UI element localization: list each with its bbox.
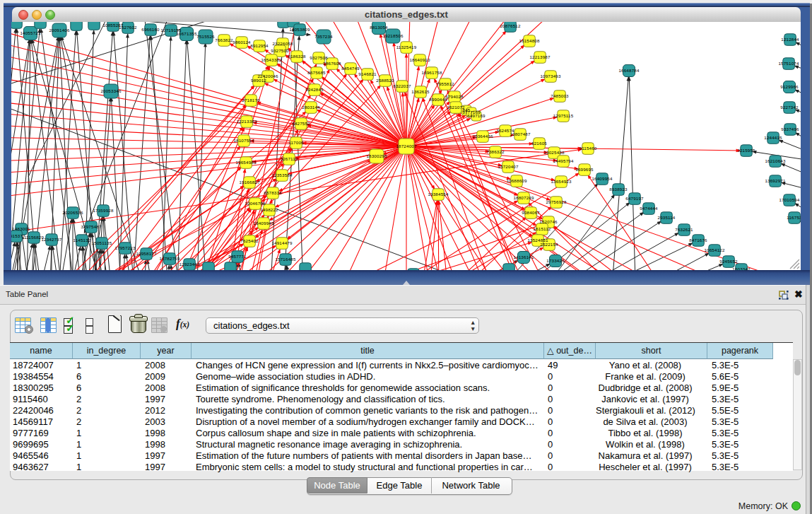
svg-text:1212844: 1212844 bbox=[781, 37, 799, 42]
svg-text:20091406: 20091406 bbox=[49, 28, 69, 33]
svg-text:9227342: 9227342 bbox=[780, 105, 799, 110]
svg-text:14055721: 14055721 bbox=[20, 30, 40, 35]
svg-text:3215955: 3215955 bbox=[737, 148, 755, 153]
svg-text:7632621: 7632621 bbox=[675, 227, 693, 232]
svg-text:9242845: 9242845 bbox=[305, 87, 324, 92]
svg-text:12213383: 12213383 bbox=[236, 119, 257, 124]
svg-text:15716485: 15716485 bbox=[275, 257, 295, 262]
svg-text:9860124: 9860124 bbox=[233, 40, 251, 45]
svg-text:2867608: 2867608 bbox=[323, 61, 341, 66]
svg-text:14495794: 14495794 bbox=[553, 158, 573, 163]
svg-text:3267110: 3267110 bbox=[280, 156, 298, 161]
svg-text:7625402: 7625402 bbox=[240, 238, 259, 243]
svg-text:19218506: 19218506 bbox=[382, 33, 403, 38]
svg-text:20053346: 20053346 bbox=[100, 88, 121, 93]
svg-text:7386322: 7386322 bbox=[486, 149, 505, 154]
svg-text:8912954: 8912954 bbox=[250, 43, 269, 48]
svg-text:13692971: 13692971 bbox=[765, 178, 785, 183]
svg-text:16409949: 16409949 bbox=[253, 221, 273, 226]
svg-text:32975487: 32975487 bbox=[81, 224, 101, 229]
svg-text:8578334: 8578334 bbox=[264, 190, 282, 195]
svg-text:16648784: 16648784 bbox=[618, 68, 639, 73]
svg-text:15751074: 15751074 bbox=[778, 61, 799, 66]
svg-text:9699695: 9699695 bbox=[575, 167, 594, 172]
svg-text:14136141: 14136141 bbox=[513, 255, 534, 259]
svg-text:23226058: 23226058 bbox=[272, 41, 293, 46]
svg-text:1527602: 1527602 bbox=[119, 25, 137, 30]
svg-text:9457771: 9457771 bbox=[228, 254, 247, 259]
svg-text:15720407: 15720407 bbox=[498, 164, 518, 169]
svg-text:117006: 117006 bbox=[288, 140, 304, 145]
svg-text:8675685: 8675685 bbox=[307, 70, 326, 75]
svg-text:7955812: 7955812 bbox=[436, 81, 454, 86]
svg-text:18807249: 18807249 bbox=[513, 195, 534, 200]
svg-text:1498222: 1498222 bbox=[260, 207, 278, 212]
svg-text:2803144: 2803144 bbox=[302, 105, 320, 110]
svg-text:9327508: 9327508 bbox=[310, 55, 328, 60]
svg-text:20206536: 20206536 bbox=[62, 210, 83, 215]
svg-text:10046708: 10046708 bbox=[245, 201, 265, 206]
svg-text:19166827: 19166827 bbox=[239, 180, 259, 185]
svg-text:16409954: 16409954 bbox=[592, 176, 612, 181]
svg-text:1483001: 1483001 bbox=[12, 226, 30, 231]
svg-text:8938923: 8938923 bbox=[609, 187, 628, 192]
svg-text:12342737: 12342737 bbox=[41, 237, 61, 242]
svg-text:20876512: 20876512 bbox=[500, 23, 520, 28]
svg-text:9084067: 9084067 bbox=[522, 210, 540, 215]
svg-text:10973493: 10973493 bbox=[540, 74, 560, 78]
svg-text:12213987: 12213987 bbox=[529, 54, 550, 59]
svg-text:10654122: 10654122 bbox=[704, 247, 724, 252]
svg-text:9245652: 9245652 bbox=[719, 259, 738, 264]
svg-text:12353584: 12353584 bbox=[271, 173, 292, 177]
svg-text:16782759: 16782759 bbox=[159, 256, 180, 261]
svg-text:9146821: 9146821 bbox=[358, 71, 377, 76]
svg-text:1244415: 1244415 bbox=[764, 135, 782, 140]
svg-text:1603342: 1603342 bbox=[732, 267, 751, 270]
svg-text:19654985: 19654985 bbox=[235, 160, 256, 165]
svg-text:12975115: 12975115 bbox=[553, 113, 574, 118]
svg-text:6497169: 6497169 bbox=[467, 113, 486, 118]
svg-text:16154808: 16154808 bbox=[519, 38, 539, 43]
svg-text:10688609: 10688609 bbox=[506, 178, 526, 183]
svg-text:11325419: 11325419 bbox=[396, 45, 417, 49]
svg-text:8454749: 8454749 bbox=[341, 66, 360, 71]
svg-text:8322037: 8322037 bbox=[393, 83, 411, 88]
svg-text:1733426: 1733426 bbox=[546, 258, 565, 263]
svg-text:9115460: 9115460 bbox=[579, 146, 596, 151]
svg-text:18724007: 18724007 bbox=[396, 144, 416, 148]
svg-text:16053809: 16053809 bbox=[289, 27, 310, 32]
svg-text:15051135: 15051135 bbox=[92, 240, 112, 245]
svg-text:2718170: 2718170 bbox=[242, 98, 260, 103]
svg-text:1520746: 1520746 bbox=[539, 219, 558, 224]
svg-text:1615112: 1615112 bbox=[533, 226, 551, 231]
svg-text:16210643: 16210643 bbox=[765, 158, 785, 163]
svg-text:8990448: 8990448 bbox=[429, 97, 447, 102]
svg-text:2935114: 2935114 bbox=[657, 215, 675, 220]
svg-text:6479197: 6479197 bbox=[625, 196, 644, 201]
svg-text:2588520: 2588520 bbox=[376, 78, 394, 83]
svg-text:16961758: 16961758 bbox=[421, 70, 442, 75]
svg-text:9327500: 9327500 bbox=[271, 48, 289, 53]
svg-text:8427552: 8427552 bbox=[292, 121, 310, 126]
svg-text:19384554: 19384554 bbox=[428, 192, 448, 197]
svg-text:7663822: 7663822 bbox=[215, 37, 233, 42]
svg-text:18107554: 18107554 bbox=[233, 138, 254, 143]
svg-text:8471676: 8471676 bbox=[689, 238, 707, 243]
svg-text:116753: 116753 bbox=[787, 215, 801, 220]
svg-text:10958177: 10958177 bbox=[136, 251, 156, 256]
svg-text:9474444: 9474444 bbox=[640, 206, 658, 211]
svg-text:7485003: 7485003 bbox=[551, 93, 569, 98]
svg-text:17010594: 17010594 bbox=[779, 197, 799, 202]
svg-text:621605: 621605 bbox=[531, 141, 547, 146]
svg-text:13654923: 13654923 bbox=[551, 179, 571, 184]
svg-text:8186328: 8186328 bbox=[288, 54, 306, 59]
svg-text:7357234: 7357234 bbox=[314, 34, 333, 39]
svg-text:6794028: 6794028 bbox=[445, 94, 464, 99]
svg-text:2522154: 2522154 bbox=[540, 242, 558, 247]
svg-text:9129966: 9129966 bbox=[780, 84, 799, 89]
svg-text:10671355: 10671355 bbox=[176, 31, 196, 36]
svg-text:14914479: 14914479 bbox=[271, 240, 292, 245]
svg-text:8813054: 8813054 bbox=[370, 25, 388, 30]
svg-text:6966160: 6966160 bbox=[141, 27, 160, 32]
svg-text:1362615: 1362615 bbox=[411, 89, 430, 94]
